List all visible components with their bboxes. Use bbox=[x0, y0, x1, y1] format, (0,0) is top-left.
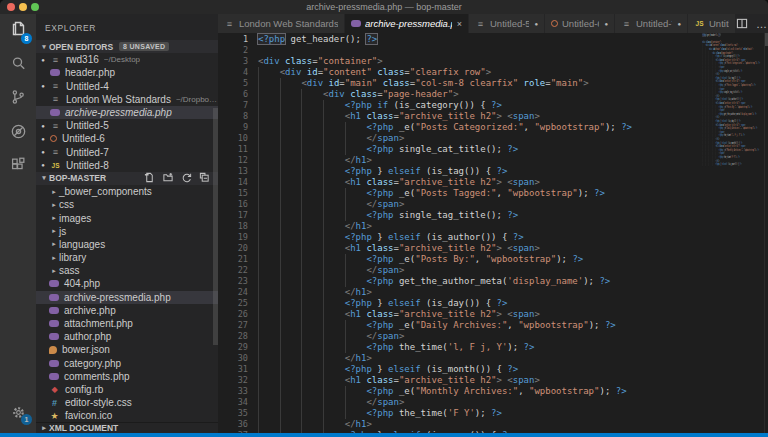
open-editor-item[interactable]: ●≡Untitled-5 bbox=[36, 119, 218, 132]
tree-file-favicon.ico[interactable]: ★favicon.ico bbox=[36, 409, 218, 422]
code-line[interactable]: </h1> bbox=[258, 155, 632, 166]
code-line[interactable]: </span> bbox=[258, 397, 632, 408]
zoom-window-icon[interactable] bbox=[31, 3, 39, 11]
code-line[interactable]: <div class="container"> bbox=[258, 56, 632, 67]
code-line[interactable]: </span> bbox=[258, 331, 632, 342]
minimap[interactable]: <?php get_header(); ?><div class="contai… bbox=[702, 33, 764, 433]
dirty-dot-icon: ● bbox=[599, 21, 608, 27]
code-line[interactable]: <?php } elseif (is_tag()) { ?> bbox=[258, 166, 632, 177]
code-line[interactable]: <h1 class="archive_title h2"> <span> bbox=[258, 111, 632, 122]
activity-settings-button[interactable]: 1 bbox=[0, 399, 36, 429]
editor-scrollbar-track[interactable] bbox=[764, 33, 768, 433]
code-line[interactable]: <?php if (is_category()) { ?> bbox=[258, 100, 632, 111]
tab-Untitled-6[interactable]: Untitled-6● bbox=[545, 14, 615, 33]
tree-file-category.php[interactable]: category.php bbox=[36, 357, 218, 370]
code-line[interactable]: </h1> bbox=[258, 287, 632, 298]
tab-archive-pressmedia.php[interactable]: archive-pressmedia.php× bbox=[345, 14, 469, 33]
code-line[interactable]: <h1 class="archive_title h2"> <span> bbox=[258, 177, 632, 188]
code-line[interactable]: <?php _e("Posts Tagged:", "wpbootstrap")… bbox=[258, 188, 632, 199]
folder-section-header[interactable]: ▾ BOP-MASTER bbox=[36, 172, 218, 185]
close-window-icon[interactable] bbox=[7, 3, 15, 11]
tab-label: Untitled-7 bbox=[636, 18, 672, 29]
code-line[interactable]: <h1 class="archive_title h2"> <span> bbox=[258, 243, 632, 254]
open-editor-item[interactable]: ●Untitled-6 bbox=[36, 132, 218, 145]
tree-folder-js[interactable]: ▸js bbox=[36, 225, 218, 238]
code-line[interactable]: </h1> bbox=[258, 221, 632, 232]
new-file-icon[interactable] bbox=[144, 172, 155, 185]
code-editor[interactable]: <?php get_header(); ?><div class="contai… bbox=[258, 34, 632, 433]
code-line[interactable]: <?php the_time('F Y'); ?> bbox=[258, 408, 632, 419]
refresh-icon[interactable] bbox=[181, 172, 192, 185]
code-line[interactable]: <div id="content" class="clearfix row"> bbox=[258, 67, 632, 78]
code-line[interactable]: <div id="main" class="col-sm-8 clearfix"… bbox=[258, 78, 632, 89]
activity-debug-button[interactable] bbox=[0, 116, 36, 150]
tree-folder-languages[interactable]: ▸languages bbox=[36, 238, 218, 251]
xml-document-header[interactable]: ▸ XML DOCUMENT bbox=[36, 422, 218, 433]
open-editor-item[interactable]: ●≡rwd316~/Desktop bbox=[36, 53, 218, 66]
tree-file-archive.php[interactable]: archive.php bbox=[36, 304, 218, 317]
tree-file-bower.json[interactable]: bower.json bbox=[36, 343, 218, 356]
code-line[interactable]: <?php _e("Posts Categorized:", "wpbootst… bbox=[258, 122, 632, 133]
code-token: "main" bbox=[345, 78, 378, 88]
collapse-all-icon[interactable] bbox=[199, 172, 210, 185]
tree-file-editor-style.css[interactable]: #editor-style.css bbox=[36, 396, 218, 409]
activity-search-button[interactable] bbox=[0, 48, 36, 82]
code-line[interactable]: <?php _e("Monthly Archives:", "wpbootstr… bbox=[258, 386, 632, 397]
new-folder-icon[interactable] bbox=[162, 172, 174, 185]
tree-folder-_bower_components[interactable]: ▸_bower_components bbox=[36, 185, 218, 198]
code-line[interactable]: <?php } elseif (is_author()) { ?> bbox=[258, 232, 632, 243]
split-editor-icon[interactable] bbox=[736, 15, 748, 33]
tree-file-404.php[interactable]: 404.php bbox=[36, 277, 218, 290]
code-line[interactable]: <?php single_cat_title(); ?> bbox=[258, 144, 632, 155]
code-line[interactable]: </h1> bbox=[258, 419, 632, 430]
tree-folder-sass[interactable]: ▸sass bbox=[36, 264, 218, 277]
tab-Untitled-5[interactable]: ≡Untitled-5● bbox=[469, 14, 545, 33]
tree-folder-images[interactable]: ▸images bbox=[36, 211, 218, 224]
tree-item-label: author.php bbox=[64, 331, 111, 342]
code-line[interactable]: </span> bbox=[258, 265, 632, 276]
code-line[interactable]: <?php _e("Posts By:", "wpbootstrap"); ?> bbox=[258, 254, 632, 265]
code-line[interactable]: <?php get_header(); ?> bbox=[258, 34, 632, 45]
indent-guide bbox=[301, 133, 323, 144]
code-line[interactable]: </span> bbox=[258, 199, 632, 210]
code-line[interactable]: <?php get_the_author_meta('display_name'… bbox=[258, 276, 632, 287]
code-line[interactable]: <?php } elseif (is_month()) { ?> bbox=[258, 364, 632, 375]
open-editor-item[interactable]: header.php bbox=[36, 66, 218, 79]
tree-file-attachment.php[interactable]: attachment.php bbox=[36, 317, 218, 330]
title-bar[interactable]: archive-pressmedia.php — bop-master bbox=[0, 0, 768, 14]
tree-file-comments.php[interactable]: comments.php bbox=[36, 370, 218, 383]
tree-folder-library[interactable]: ▸library bbox=[36, 251, 218, 264]
tree-folder-css[interactable]: ▸css bbox=[36, 198, 218, 211]
code-line[interactable]: <?php } elseif (is_day()) { ?> bbox=[258, 298, 632, 309]
activity-explorer-button[interactable]: 8 bbox=[0, 14, 36, 48]
code-line[interactable] bbox=[258, 45, 632, 56]
open-editor-item[interactable]: ●JSUntitled-8 bbox=[36, 159, 218, 172]
code-line[interactable]: <?php single_tag_title(); ?> bbox=[258, 210, 632, 221]
tree-file-config.rb[interactable]: ◆config.rb bbox=[36, 383, 218, 396]
tree-item-label: attachment.php bbox=[64, 318, 133, 329]
activity-extensions-button[interactable] bbox=[0, 150, 36, 184]
close-tab-icon[interactable]: × bbox=[452, 19, 462, 29]
open-editor-item[interactable]: archive-pressmedia.php bbox=[36, 106, 218, 119]
open-editor-item[interactable]: ●≡Untitled-4 bbox=[36, 80, 218, 93]
tree-file-archive-pressmedia.php[interactable]: archive-pressmedia.php bbox=[36, 291, 218, 304]
code-line[interactable]: </span> bbox=[258, 133, 632, 144]
tab-Untitled-8[interactable]: JSUntitled-8 bbox=[688, 14, 736, 33]
code-line[interactable]: <h1 class="archive_title h2"> <span> bbox=[258, 309, 632, 320]
code-line[interactable]: <?php _e("Daily Archives:", "wpbootstrap… bbox=[258, 320, 632, 331]
tab-London Web Standards[interactable]: ≡London Web Standards bbox=[218, 14, 345, 33]
minimize-window-icon[interactable] bbox=[19, 3, 27, 11]
activity-source-control-button[interactable] bbox=[0, 82, 36, 116]
code-line[interactable]: <h1 class="archive_title h2"> <span> bbox=[258, 375, 632, 386]
tab-Untitled-7[interactable]: ≡Untitled-7● bbox=[615, 14, 688, 33]
code-line[interactable]: <?php the_time('l, F j, Y'); ?> bbox=[258, 342, 632, 353]
more-actions-icon[interactable]: … bbox=[756, 18, 768, 30]
code-line[interactable]: <div class="page-header"> bbox=[258, 89, 632, 100]
code-token: <?php bbox=[258, 34, 285, 44]
open-editors-header[interactable]: ▾ OPEN EDITORS 8 UNSAVED bbox=[36, 40, 218, 53]
dirty-dot-icon: ● bbox=[36, 123, 50, 129]
open-editor-item[interactable]: ≡London Web Standards~/Dropbox/Back... bbox=[36, 93, 218, 106]
code-line[interactable]: </h1> bbox=[258, 353, 632, 364]
tree-file-author.php[interactable]: author.php bbox=[36, 330, 218, 343]
open-editor-item[interactable]: ●≡Untitled-7 bbox=[36, 146, 218, 159]
